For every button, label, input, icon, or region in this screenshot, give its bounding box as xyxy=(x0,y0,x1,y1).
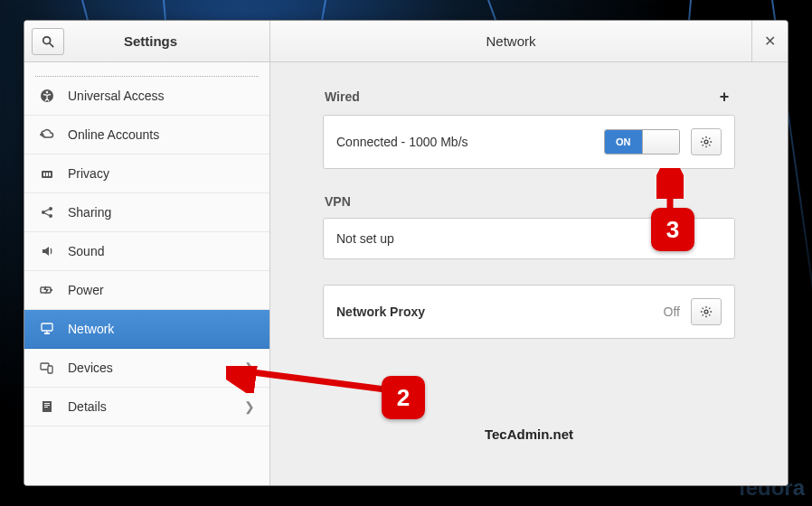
scroll-indicator xyxy=(35,62,259,77)
svg-rect-22 xyxy=(44,405,50,406)
devices-icon xyxy=(39,360,55,376)
details-icon xyxy=(39,398,55,415)
svg-point-24 xyxy=(704,140,708,144)
cloud-icon xyxy=(39,126,55,143)
sidebar-item-universal-access[interactable]: Universal Access xyxy=(24,77,269,116)
svg-rect-19 xyxy=(48,366,52,373)
sidebar-item-label: Network xyxy=(68,322,114,336)
gear-icon xyxy=(700,136,713,148)
svg-rect-14 xyxy=(51,289,52,291)
proxy-status: Off xyxy=(664,305,680,319)
sidebar-item-label: Devices xyxy=(68,361,113,375)
sidebar-item-label: Details xyxy=(68,399,107,414)
sidebar-item-label: Online Accounts xyxy=(68,127,159,142)
share-icon xyxy=(39,204,55,220)
proxy-panel: Network Proxy Off xyxy=(323,285,735,339)
callout-3: 3 xyxy=(651,208,694,251)
sidebar-item-online-accounts[interactable]: Online Accounts xyxy=(24,116,269,155)
vpn-title: VPN xyxy=(325,194,351,209)
wired-toggle[interactable]: ON xyxy=(604,129,680,155)
close-button[interactable]: ✕ xyxy=(751,21,788,62)
sidebar-item-label: Universal Access xyxy=(68,89,165,103)
sidebar-list: Universal Access Online Accounts Privacy… xyxy=(24,62,269,485)
sidebar-item-label: Privacy xyxy=(68,166,109,181)
svg-line-11 xyxy=(45,210,50,212)
main-panel: Network ✕ Wired + Connected - 1000 Mb/s … xyxy=(270,21,788,485)
svg-rect-5 xyxy=(43,173,45,176)
sidebar-item-label: Power xyxy=(68,283,104,297)
wired-section-header: Wired + xyxy=(323,88,735,115)
callout-2: 2 xyxy=(382,376,425,419)
gear-icon xyxy=(700,305,713,318)
svg-point-10 xyxy=(49,214,52,218)
wired-panel: Connected - 1000 Mb/s ON xyxy=(323,115,735,169)
chevron-right-icon: ❯ xyxy=(244,361,255,375)
proxy-settings-button[interactable] xyxy=(691,298,722,325)
sidebar-item-devices[interactable]: Devices ❯ xyxy=(24,349,269,388)
sidebar-header: Settings xyxy=(24,21,269,62)
wired-settings-button[interactable] xyxy=(691,128,722,155)
svg-rect-23 xyxy=(44,407,48,408)
toggle-knob xyxy=(642,130,680,154)
sidebar-item-privacy[interactable]: Privacy xyxy=(24,155,269,193)
svg-point-25 xyxy=(704,310,708,314)
proxy-section: Network Proxy Off xyxy=(323,285,735,339)
svg-line-1 xyxy=(50,42,53,46)
svg-rect-15 xyxy=(42,323,52,331)
watermark: TecAdmin.net xyxy=(485,426,573,442)
main-header: Network ✕ xyxy=(270,21,788,62)
sidebar-item-details[interactable]: Details ❯ xyxy=(24,388,269,426)
sidebar-item-sound[interactable]: Sound xyxy=(24,232,269,271)
toggle-on-label: ON xyxy=(605,130,642,154)
svg-rect-21 xyxy=(44,403,50,404)
chevron-right-icon: ❯ xyxy=(244,399,255,414)
accessibility-icon xyxy=(39,88,55,104)
wired-status: Connected - 1000 Mb/s xyxy=(336,135,593,149)
proxy-label: Network Proxy xyxy=(336,305,653,319)
svg-line-12 xyxy=(45,213,50,216)
svg-rect-7 xyxy=(49,173,51,176)
sidebar-item-label: Sound xyxy=(68,244,104,258)
network-icon xyxy=(39,321,55,337)
sidebar: Settings Universal Access Online Account… xyxy=(24,21,270,485)
svg-rect-6 xyxy=(46,173,48,176)
sidebar-title: Settings xyxy=(64,33,269,49)
wired-title: Wired xyxy=(325,89,360,104)
svg-point-3 xyxy=(46,91,49,94)
close-icon: ✕ xyxy=(764,33,776,50)
main-title: Network xyxy=(270,33,751,49)
main-body: Wired + Connected - 1000 Mb/s ON xyxy=(270,62,788,485)
proxy-row: Network Proxy Off xyxy=(324,286,734,338)
power-icon xyxy=(39,282,55,298)
sidebar-item-power[interactable]: Power xyxy=(24,271,269,310)
sidebar-item-sharing[interactable]: Sharing xyxy=(24,193,269,232)
plus-icon: + xyxy=(720,88,730,107)
svg-point-9 xyxy=(49,207,52,211)
add-wired-button[interactable]: + xyxy=(715,88,733,106)
privacy-icon xyxy=(39,165,55,182)
svg-rect-16 xyxy=(44,333,50,334)
search-button[interactable] xyxy=(32,28,64,55)
wired-connection-row: Connected - 1000 Mb/s ON xyxy=(324,116,734,168)
sidebar-item-network[interactable]: Network xyxy=(24,310,269,349)
search-icon xyxy=(42,35,54,48)
sidebar-item-label: Sharing xyxy=(68,205,111,220)
svg-point-0 xyxy=(43,36,51,43)
sound-icon xyxy=(39,243,55,259)
